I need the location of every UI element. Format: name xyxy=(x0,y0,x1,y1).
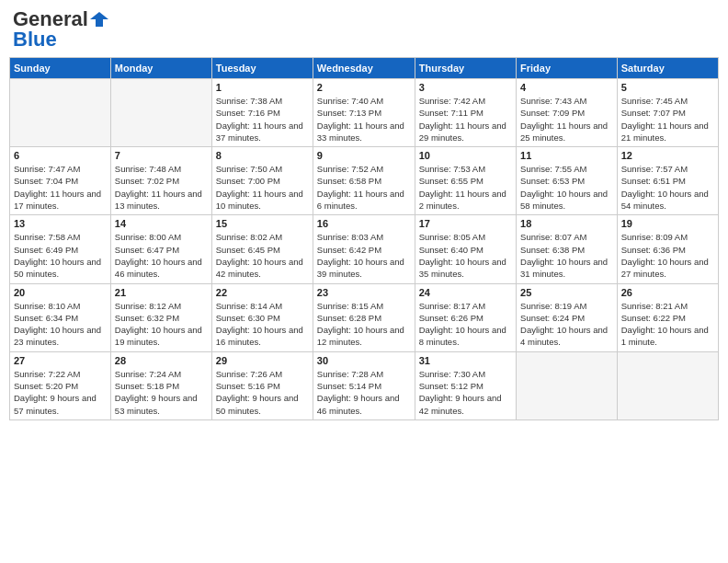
day-number: 29 xyxy=(216,355,309,366)
day-info: Sunrise: 8:14 AMSunset: 6:30 PMDaylight:… xyxy=(216,300,309,349)
day-of-week-monday: Monday xyxy=(110,58,211,79)
day-info: Sunrise: 8:10 AMSunset: 6:34 PMDaylight:… xyxy=(14,300,107,349)
day-info: Sunrise: 7:38 AMSunset: 7:16 PMDaylight:… xyxy=(216,95,309,144)
day-info: Sunrise: 8:17 AMSunset: 6:26 PMDaylight:… xyxy=(419,300,512,349)
day-number: 10 xyxy=(419,150,512,161)
calendar-cell: 13Sunrise: 7:58 AMSunset: 6:49 PMDayligh… xyxy=(10,215,111,283)
day-info: Sunrise: 7:57 AMSunset: 6:51 PMDaylight:… xyxy=(621,163,714,212)
calendar-cell: 1Sunrise: 7:38 AMSunset: 7:16 PMDaylight… xyxy=(211,79,313,147)
day-number: 14 xyxy=(115,218,208,229)
calendar-cell: 2Sunrise: 7:40 AMSunset: 7:13 PMDaylight… xyxy=(313,79,415,147)
calendar-cell: 16Sunrise: 8:03 AMSunset: 6:42 PMDayligh… xyxy=(313,215,415,283)
day-info: Sunrise: 7:58 AMSunset: 6:49 PMDaylight:… xyxy=(14,231,107,280)
days-of-week-header: SundayMondayTuesdayWednesdayThursdayFrid… xyxy=(10,58,719,79)
day-info: Sunrise: 7:48 AMSunset: 7:02 PMDaylight:… xyxy=(115,163,208,212)
calendar-cell: 6Sunrise: 7:47 AMSunset: 7:04 PMDaylight… xyxy=(10,147,111,215)
calendar-cell: 5Sunrise: 7:45 AMSunset: 7:07 PMDaylight… xyxy=(617,79,718,147)
calendar-cell: 20Sunrise: 8:10 AMSunset: 6:34 PMDayligh… xyxy=(10,283,111,351)
calendar-cell: 25Sunrise: 8:19 AMSunset: 6:24 PMDayligh… xyxy=(517,283,618,351)
calendar-cell: 31Sunrise: 7:30 AMSunset: 5:12 PMDayligh… xyxy=(415,351,516,419)
day-info: Sunrise: 7:24 AMSunset: 5:18 PMDaylight:… xyxy=(115,368,208,417)
calendar-cell: 10Sunrise: 7:53 AMSunset: 6:55 PMDayligh… xyxy=(415,147,516,215)
day-number: 25 xyxy=(520,287,613,298)
day-number: 8 xyxy=(216,150,309,161)
calendar-cell: 19Sunrise: 8:09 AMSunset: 6:36 PMDayligh… xyxy=(617,215,718,283)
day-number: 5 xyxy=(621,82,714,93)
day-info: Sunrise: 7:50 AMSunset: 7:00 PMDaylight:… xyxy=(216,163,309,212)
calendar-cell xyxy=(110,79,211,147)
day-info: Sunrise: 7:30 AMSunset: 5:12 PMDaylight:… xyxy=(419,368,512,417)
week-row-2: 6Sunrise: 7:47 AMSunset: 7:04 PMDaylight… xyxy=(10,147,719,215)
day-number: 16 xyxy=(317,218,411,229)
day-info: Sunrise: 7:53 AMSunset: 6:55 PMDaylight:… xyxy=(419,163,512,212)
day-info: Sunrise: 7:52 AMSunset: 6:58 PMDaylight:… xyxy=(317,163,411,212)
day-number: 12 xyxy=(621,150,714,161)
day-number: 18 xyxy=(520,218,613,229)
calendar-table: SundayMondayTuesdayWednesdayThursdayFrid… xyxy=(9,57,719,420)
day-number: 4 xyxy=(520,82,613,93)
day-info: Sunrise: 8:02 AMSunset: 6:45 PMDaylight:… xyxy=(216,231,309,280)
day-number: 28 xyxy=(115,355,208,366)
calendar-cell: 28Sunrise: 7:24 AMSunset: 5:18 PMDayligh… xyxy=(110,351,211,419)
day-info: Sunrise: 8:12 AMSunset: 6:32 PMDaylight:… xyxy=(115,300,208,349)
day-number: 24 xyxy=(419,287,512,298)
calendar-cell: 17Sunrise: 8:05 AMSunset: 6:40 PMDayligh… xyxy=(415,215,516,283)
calendar-cell: 24Sunrise: 8:17 AMSunset: 6:26 PMDayligh… xyxy=(415,283,516,351)
day-number: 23 xyxy=(317,287,411,298)
calendar-cell xyxy=(617,351,718,419)
day-number: 7 xyxy=(115,150,208,161)
calendar-cell: 18Sunrise: 8:07 AMSunset: 6:38 PMDayligh… xyxy=(517,215,618,283)
calendar-cell: 3Sunrise: 7:42 AMSunset: 7:11 PMDaylight… xyxy=(415,79,516,147)
day-info: Sunrise: 8:05 AMSunset: 6:40 PMDaylight:… xyxy=(419,231,512,280)
day-number: 31 xyxy=(419,355,512,366)
day-number: 27 xyxy=(14,355,107,366)
logo: General Blue xyxy=(13,9,108,50)
calendar-cell xyxy=(10,79,111,147)
day-info: Sunrise: 8:03 AMSunset: 6:42 PMDaylight:… xyxy=(317,231,411,280)
calendar-cell xyxy=(517,351,618,419)
day-number: 30 xyxy=(317,355,411,366)
calendar-cell: 14Sunrise: 8:00 AMSunset: 6:47 PMDayligh… xyxy=(110,215,211,283)
week-row-3: 13Sunrise: 7:58 AMSunset: 6:49 PMDayligh… xyxy=(10,215,719,283)
calendar-cell: 22Sunrise: 8:14 AMSunset: 6:30 PMDayligh… xyxy=(211,283,313,351)
calendar-cell: 12Sunrise: 7:57 AMSunset: 6:51 PMDayligh… xyxy=(617,147,718,215)
calendar-body: 1Sunrise: 7:38 AMSunset: 7:16 PMDaylight… xyxy=(10,79,719,420)
day-number: 19 xyxy=(621,218,714,229)
day-number: 1 xyxy=(216,82,309,93)
calendar-cell: 7Sunrise: 7:48 AMSunset: 7:02 PMDaylight… xyxy=(110,147,211,215)
logo-blue: Blue xyxy=(13,29,57,50)
calendar-cell: 30Sunrise: 7:28 AMSunset: 5:14 PMDayligh… xyxy=(313,351,415,419)
day-number: 17 xyxy=(419,218,512,229)
day-info: Sunrise: 8:21 AMSunset: 6:22 PMDaylight:… xyxy=(621,300,714,349)
calendar-cell: 15Sunrise: 8:02 AMSunset: 6:45 PMDayligh… xyxy=(211,215,313,283)
day-number: 9 xyxy=(317,150,411,161)
day-info: Sunrise: 7:42 AMSunset: 7:11 PMDaylight:… xyxy=(419,95,512,144)
day-of-week-friday: Friday xyxy=(517,58,618,79)
day-info: Sunrise: 7:55 AMSunset: 6:53 PMDaylight:… xyxy=(520,163,613,212)
week-row-5: 27Sunrise: 7:22 AMSunset: 5:20 PMDayligh… xyxy=(10,351,719,419)
day-info: Sunrise: 8:15 AMSunset: 6:28 PMDaylight:… xyxy=(317,300,411,349)
day-of-week-tuesday: Tuesday xyxy=(211,58,313,79)
day-info: Sunrise: 7:22 AMSunset: 5:20 PMDaylight:… xyxy=(14,368,107,417)
svg-marker-0 xyxy=(90,12,108,27)
calendar-cell: 11Sunrise: 7:55 AMSunset: 6:53 PMDayligh… xyxy=(517,147,618,215)
day-number: 3 xyxy=(419,82,512,93)
calendar-cell: 4Sunrise: 7:43 AMSunset: 7:09 PMDaylight… xyxy=(517,79,618,147)
day-info: Sunrise: 7:45 AMSunset: 7:07 PMDaylight:… xyxy=(621,95,714,144)
day-info: Sunrise: 8:00 AMSunset: 6:47 PMDaylight:… xyxy=(115,231,208,280)
day-info: Sunrise: 7:43 AMSunset: 7:09 PMDaylight:… xyxy=(520,95,613,144)
week-row-1: 1Sunrise: 7:38 AMSunset: 7:16 PMDaylight… xyxy=(10,79,719,147)
day-number: 6 xyxy=(14,150,107,161)
week-row-4: 20Sunrise: 8:10 AMSunset: 6:34 PMDayligh… xyxy=(10,283,719,351)
day-info: Sunrise: 7:47 AMSunset: 7:04 PMDaylight:… xyxy=(14,163,107,212)
page-header: General Blue xyxy=(9,9,719,50)
calendar-cell: 21Sunrise: 8:12 AMSunset: 6:32 PMDayligh… xyxy=(110,283,211,351)
day-number: 26 xyxy=(621,287,714,298)
calendar-cell: 23Sunrise: 8:15 AMSunset: 6:28 PMDayligh… xyxy=(313,283,415,351)
day-info: Sunrise: 7:40 AMSunset: 7:13 PMDaylight:… xyxy=(317,95,411,144)
logo-bird-icon xyxy=(90,12,108,27)
day-number: 13 xyxy=(14,218,107,229)
calendar-cell: 26Sunrise: 8:21 AMSunset: 6:22 PMDayligh… xyxy=(617,283,718,351)
day-of-week-sunday: Sunday xyxy=(10,58,111,79)
day-of-week-wednesday: Wednesday xyxy=(313,58,415,79)
